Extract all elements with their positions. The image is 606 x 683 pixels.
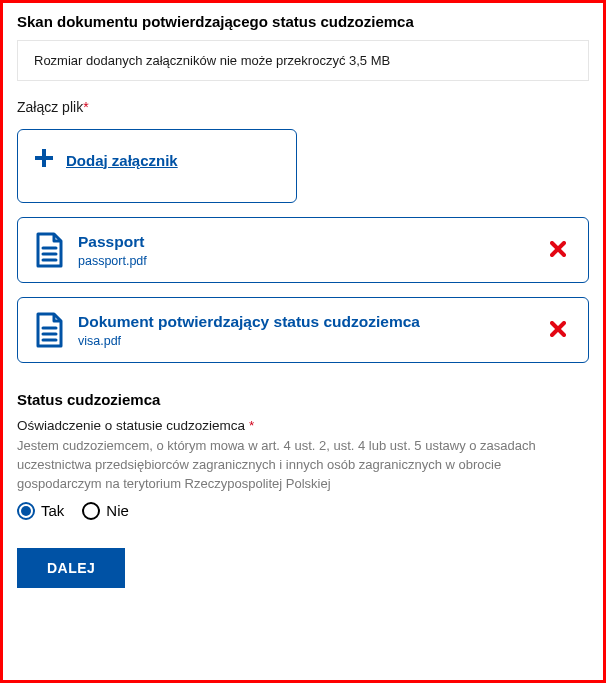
file-icon — [34, 232, 64, 268]
status-radio-no[interactable]: Nie — [82, 502, 129, 520]
attachment-card: Dokument potwierdzający status cudzoziem… — [17, 297, 589, 363]
status-radio-no-label: Nie — [106, 502, 129, 519]
attachment-card: Passport passport.pdf — [17, 217, 589, 283]
attachment-title: Dokument potwierdzający status cudzoziem… — [78, 312, 530, 331]
status-radio-yes[interactable]: Tak — [17, 502, 64, 520]
close-icon — [550, 239, 566, 261]
svg-rect-1 — [35, 156, 53, 160]
radio-icon — [17, 502, 35, 520]
attachment-filename: passport.pdf — [78, 254, 530, 268]
radio-icon — [82, 502, 100, 520]
attachment-info: Passport passport.pdf — [78, 232, 530, 267]
attachment-filename: visa.pdf — [78, 334, 530, 348]
next-button[interactable]: DALEJ — [17, 548, 125, 588]
add-attachment-button[interactable]: Dodaj załącznik — [17, 129, 297, 203]
attach-file-label-text: Załącz plik — [17, 99, 83, 115]
close-icon — [550, 319, 566, 341]
required-asterisk: * — [249, 418, 254, 433]
status-legal-text: Jestem cudzoziemcem, o którym mowa w art… — [17, 437, 589, 494]
attach-file-label: Załącz plik* — [17, 99, 589, 115]
status-heading: Status cudzoziemca — [17, 391, 589, 408]
status-radio-yes-label: Tak — [41, 502, 64, 519]
attachment-title: Passport — [78, 232, 530, 251]
file-icon — [34, 312, 64, 348]
add-attachment-label: Dodaj załącznik — [66, 152, 178, 169]
status-sub-label: Oświadczenie o statusie cudzoziemca * — [17, 418, 589, 433]
attachment-info: Dokument potwierdzający status cudzoziem… — [78, 312, 530, 347]
status-sub-label-text: Oświadczenie o statusie cudzoziemca — [17, 418, 245, 433]
section-title: Skan dokumentu potwierdzającego status c… — [17, 13, 589, 30]
attachment-size-note: Rozmiar dodanych załączników nie może pr… — [17, 40, 589, 81]
required-asterisk: * — [83, 99, 88, 115]
plus-icon — [34, 148, 54, 172]
remove-attachment-button[interactable] — [544, 236, 572, 264]
status-section: Status cudzoziemca Oświadczenie o status… — [17, 391, 589, 520]
remove-attachment-button[interactable] — [544, 316, 572, 344]
status-radio-group: Tak Nie — [17, 502, 589, 520]
